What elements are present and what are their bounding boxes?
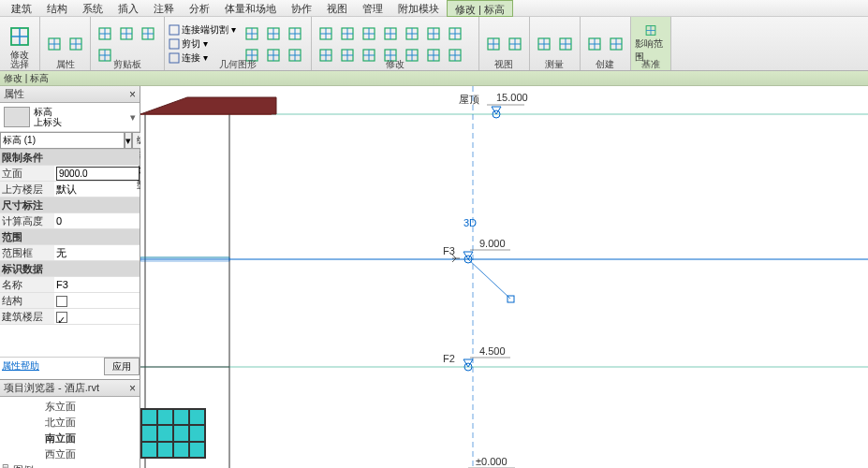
ribbon-text-button[interactable]: 连接端切割 ▾ [169,23,236,37]
mirror-button[interactable] [359,23,379,44]
ribbon-group-label: 选择 [0,58,39,69]
prop-row: 立面 [0,166,140,182]
prop-key: 结构 [0,293,54,308]
ribbon-group-测量: 测量 [530,17,581,70]
apply-button[interactable]: 应用 [104,358,140,375]
prop-group-header[interactable]: 限制条件 [0,150,140,166]
close-icon[interactable]: × [129,382,136,395]
checkbox[interactable] [56,296,67,307]
prop-key: 上方楼层 [0,182,54,197]
prop-row: 名称F3 [0,277,140,293]
browser-title: 项目浏览器 - 酒店.rvt [4,381,99,395]
align-button[interactable] [316,23,336,44]
prop-row: 结构 [0,293,140,309]
ribbon-group-视图: 视图 [479,17,530,70]
offset-button[interactable] [337,23,358,44]
menu-item[interactable]: 注释 [146,0,182,17]
cut-button[interactable] [116,23,137,44]
prop-value[interactable]: 0 [54,213,140,228]
copy-button[interactable] [95,23,115,44]
g2-button[interactable] [263,23,284,44]
prop-value[interactable]: ✓ [54,309,140,324]
properties-title: 属性 [4,87,24,101]
level-label-f3: F3 [443,245,455,256]
menu-bar: 建筑结构系统插入注释分析体量和场地协作视图管理附加模块修改 | 标高 [0,0,868,17]
3d-marker[interactable]: 3D [463,217,477,228]
menu-item[interactable]: 管理 [355,0,390,17]
v2-button[interactable] [505,34,525,54]
menu-item[interactable]: 结构 [39,0,75,17]
tree-item[interactable]: 北立面 [24,415,138,431]
ribbon-group-基准: 影响范围基准 [631,17,671,70]
close-icon[interactable]: × [129,88,136,101]
ribbon-group-剪贴板: 剪贴板 [91,17,165,70]
prop-group-header[interactable]: 范围 [0,229,140,245]
prop-key: 建筑楼层 [0,309,54,324]
v1-button[interactable] [483,34,504,54]
ribbon-text-button[interactable]: 剪切 ▾ [169,37,236,51]
prop-value[interactable]: F3 [54,277,140,292]
ribbon-group-label: 剪贴板 [91,58,164,69]
elevation-view: 屋顶 15.000 F3 9.000 3D [140,86,868,468]
prop-value[interactable]: 默认 [54,182,140,197]
g3-button[interactable] [285,23,305,44]
level-value-f1: ±0.000 [476,456,508,467]
m2-button[interactable] [555,34,576,54]
chevron-down-icon[interactable]: ▾ [130,111,136,124]
ribbon-group-几何图形: 连接端切割 ▾剪切 ▾连接 ▾几何图形 [165,17,312,70]
type-selector[interactable]: 标高 上标头 ▾ [0,103,140,132]
paste2-button[interactable] [138,23,158,44]
level-label-f2: F2 [443,353,455,364]
properties-panel: 属性 × 标高 上标头 ▾ ▾ 编辑类型 限制条件立面上方楼层默认尺寸标注计算高… [0,86,140,375]
tree-item[interactable]: 南立面 [24,431,138,446]
move-button[interactable] [380,23,401,44]
prop-key: 计算高度 [0,213,54,228]
level-value-f2: 4.500 [479,345,506,357]
drawing-canvas[interactable]: 屋顶 15.000 F3 9.000 3D [140,86,868,468]
c2-button[interactable] [606,34,626,54]
prop-row: 建筑楼层✓ [0,309,140,325]
material-palette[interactable] [140,408,206,459]
prop-value-input[interactable] [56,167,140,181]
paste-button[interactable] [44,34,65,54]
rotate-button[interactable] [423,23,444,44]
trim-button[interactable] [445,23,465,44]
prop-value[interactable] [54,293,140,308]
g1-button[interactable] [242,23,262,44]
prop-key: 范围框 [0,245,54,260]
ribbon-group-修改: 修改 [312,17,479,70]
menu-item[interactable]: 协作 [284,0,319,17]
type-button[interactable] [66,34,86,54]
ribbon: 修改选择属性剪贴板连接端切割 ▾剪切 ▾连接 ▾几何图形修改视图测量创建影响范围… [0,17,868,71]
menu-item[interactable]: 插入 [110,0,146,17]
menu-item[interactable]: 建筑 [4,0,39,17]
checkbox[interactable]: ✓ [56,312,67,323]
browser-tree: 东立面北立面南立面西立面图例明细表/数量图纸 (全部)001 - 总平面图002… [0,397,140,468]
tree-item[interactable]: 图例 [2,462,138,468]
prop-group-header[interactable]: 尺寸标注 [0,197,140,213]
menu-item[interactable]: 体量和场地 [217,0,284,17]
chevron-down-icon[interactable]: ▾ [125,132,132,149]
type-preview-icon [4,107,30,127]
prop-value[interactable] [54,166,140,181]
menu-item[interactable]: 修改 | 标高 [447,0,513,17]
c1-button[interactable] [584,34,605,54]
prop-group-header[interactable]: 标识数据 [0,261,140,277]
property-grid: 限制条件立面上方楼层默认尺寸标注计算高度0范围范围框无标识数据名称F3结构建筑楼… [0,150,140,325]
m1-button[interactable] [534,34,554,54]
menu-item[interactable]: 附加模块 [390,0,447,17]
menu-item[interactable]: 系统 [75,0,110,17]
browser-title-bar: 项目浏览器 - 酒店.rvt × [0,380,140,397]
properties-help-link[interactable]: 属性帮助 [0,358,104,375]
level-value-f3[interactable]: 9.000 [479,238,506,249]
level-value-roof: 15.000 [496,92,528,103]
tree-item[interactable]: 西立面 [24,446,138,462]
copy2-button[interactable] [402,23,422,44]
instance-filter[interactable] [0,132,125,149]
properties-title-bar: 属性 × [0,86,140,103]
menu-item[interactable]: 分析 [182,0,217,17]
tree-item[interactable]: 东立面 [24,399,138,415]
cursor-icon [452,255,460,262]
prop-value[interactable]: 无 [54,245,140,260]
menu-item[interactable]: 视图 [319,0,355,17]
